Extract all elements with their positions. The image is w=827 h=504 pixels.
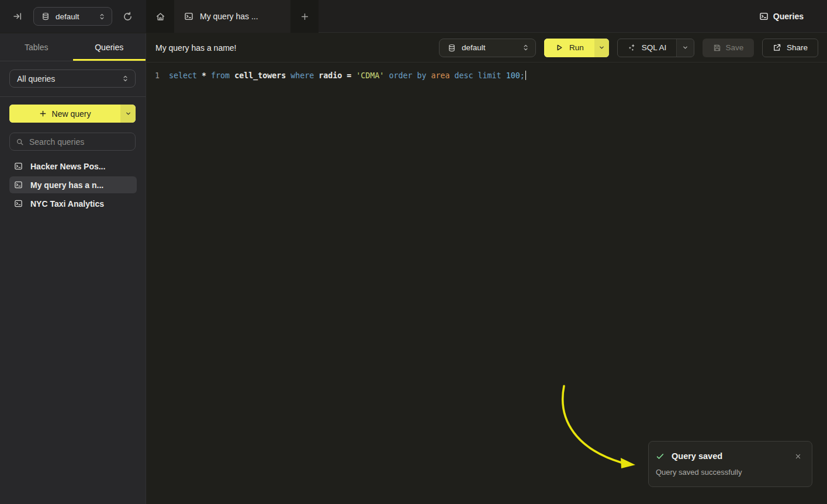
sidebar-collapse-icon <box>13 12 22 21</box>
query-filter-row: All queries <box>0 61 146 97</box>
top-bar: default <box>0 0 827 33</box>
plus-icon <box>39 110 47 117</box>
query-console-icon <box>184 12 193 21</box>
plus-icon <box>300 12 309 21</box>
close-icon <box>795 453 801 460</box>
query-console-icon <box>759 12 769 21</box>
collapse-sidebar-button[interactable] <box>13 12 22 21</box>
chevron-updown-icon <box>522 44 530 51</box>
sql-token: limit <box>478 71 501 80</box>
tab-tables-label: Tables <box>25 43 48 52</box>
query-list-item-label: My query has a n... <box>30 180 103 190</box>
sql-token <box>412 71 417 80</box>
check-icon <box>656 452 665 461</box>
queries-header: Queries <box>759 0 827 33</box>
sql-code-tokens: select * from cell_towers where radio = … <box>169 71 525 80</box>
run-button-main[interactable]: Run <box>544 39 594 57</box>
tab-tables[interactable]: Tables <box>0 33 73 61</box>
sql-token: = <box>347 71 351 80</box>
sql-token: ; <box>520 71 525 80</box>
sql-token <box>384 71 389 80</box>
chevron-down-icon <box>598 44 605 51</box>
main-panel: My query has a name! default <box>147 33 827 504</box>
toast-query-saved: Query saved Query saved successfully <box>648 441 812 487</box>
editor-actions: default Run <box>439 39 818 57</box>
sql-editor[interactable]: 1 select * from cell_towers where radio … <box>147 62 827 81</box>
save-button[interactable]: Save <box>703 39 754 57</box>
sql-token: 'CDMA' <box>356 71 384 80</box>
search-queries-input[interactable] <box>29 137 123 147</box>
home-tab-button[interactable] <box>146 0 174 33</box>
run-button[interactable]: Run <box>544 39 609 57</box>
sparkles-icon <box>628 43 636 52</box>
new-query-label: New query <box>52 109 91 119</box>
run-button-label: Run <box>569 43 584 52</box>
sql-token: where <box>290 71 314 80</box>
sql-token: area <box>431 71 449 80</box>
line-number: 1 <box>147 71 160 80</box>
sql-token <box>450 71 455 80</box>
query-title: My query has a name! <box>155 43 237 53</box>
run-dropdown-button[interactable] <box>594 39 609 57</box>
share-button[interactable]: Share <box>762 39 818 57</box>
sql-ai-dropdown-button[interactable] <box>676 39 694 57</box>
query-list-item-selected[interactable]: My query has a n... <box>9 176 137 193</box>
query-list-item[interactable]: NYC Taxi Analytics <box>9 195 137 212</box>
query-list-item[interactable]: Hacker News Pos... <box>9 158 137 175</box>
sql-token: * <box>202 71 206 80</box>
query-filter-select[interactable]: All queries <box>9 69 136 88</box>
editor-header: My query has a name! default <box>147 33 827 62</box>
query-console-icon <box>14 162 23 171</box>
tab-strip: My query has ... <box>146 0 319 33</box>
refresh-button[interactable] <box>123 12 133 22</box>
database-icon <box>448 44 456 52</box>
sidebar-tabs: Tables Queries <box>0 33 146 61</box>
sql-token: radio <box>319 71 342 80</box>
sql-token <box>426 71 431 80</box>
sql-token <box>230 71 234 80</box>
sql-token <box>314 71 319 80</box>
sql-token <box>197 71 202 80</box>
chevron-down-icon <box>682 44 688 51</box>
sql-console-app: default <box>0 0 827 504</box>
sql-token: desc <box>455 71 473 80</box>
sql-token <box>206 71 211 80</box>
sql-ai-label: SQL AI <box>642 43 666 52</box>
save-icon <box>713 44 721 52</box>
chevron-updown-icon <box>122 75 129 82</box>
sql-ai-button[interactable]: SQL AI <box>617 39 694 57</box>
editor-database-value: default <box>462 43 522 52</box>
query-filter-value: All queries <box>17 74 122 84</box>
topbar-database-selector[interactable]: default <box>33 7 112 26</box>
toast-header: Query saved <box>656 451 805 461</box>
toast-title: Query saved <box>672 451 722 461</box>
new-tab-button[interactable] <box>290 0 319 33</box>
tab-queries-label: Queries <box>95 43 123 52</box>
queries-header-label: Queries <box>773 12 804 21</box>
query-tab-label: My query has ... <box>200 12 258 21</box>
sql-ai-main[interactable]: SQL AI <box>618 39 676 57</box>
new-query-dropdown-button[interactable] <box>120 105 136 123</box>
save-button-label: Save <box>726 43 744 52</box>
sql-token <box>351 71 356 80</box>
sidebar: Tables Queries All queries <box>0 33 146 504</box>
editor-database-selector[interactable]: default <box>439 39 536 57</box>
query-console-icon <box>14 180 23 189</box>
sql-code-line[interactable]: 1 select * from cell_towers where radio … <box>147 70 827 81</box>
sql-token: 100 <box>506 71 520 80</box>
new-query-main[interactable]: New query <box>9 105 120 123</box>
text-cursor <box>525 71 527 80</box>
share-button-label: Share <box>787 43 808 52</box>
sql-token <box>501 71 506 80</box>
toast-close-button[interactable] <box>795 453 801 460</box>
new-query-button[interactable]: New query <box>9 105 136 123</box>
sql-token <box>473 71 478 80</box>
chevron-down-icon <box>125 110 132 117</box>
sql-token <box>286 71 290 80</box>
home-icon <box>155 12 165 22</box>
query-tab-active[interactable]: My query has ... <box>174 0 290 33</box>
sql-token: select <box>169 71 197 80</box>
top-bar-left: default <box>0 0 146 33</box>
tab-queries[interactable]: Queries <box>73 33 146 61</box>
search-queries-box[interactable] <box>9 133 136 151</box>
